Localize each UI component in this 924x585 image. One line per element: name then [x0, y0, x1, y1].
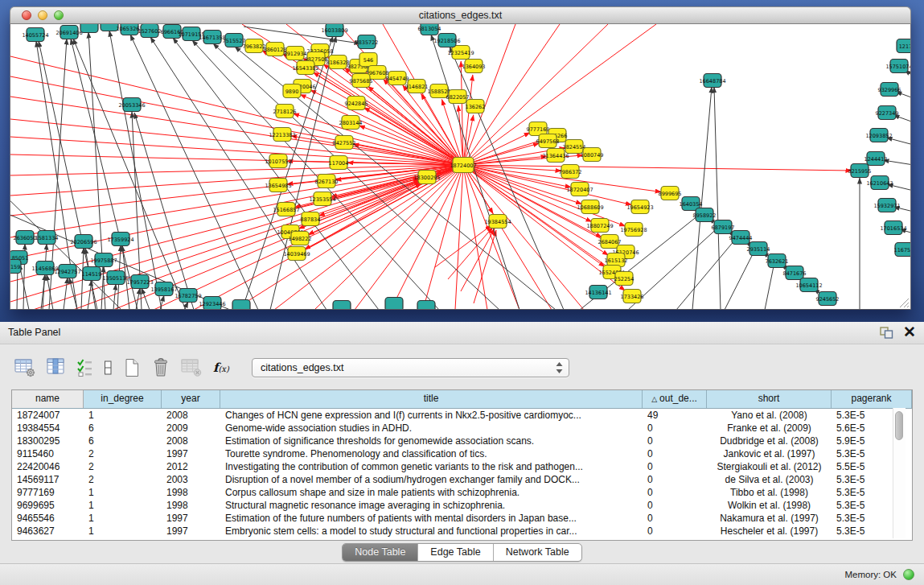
delete-trash-icon-button[interactable]: [151, 357, 170, 378]
graph-node[interactable]: 136262: [466, 100, 486, 113]
tab-node-table[interactable]: Node Table: [343, 544, 418, 561]
graph-node[interactable]: 6822057: [446, 90, 470, 104]
float-window-icon[interactable]: [880, 327, 893, 339]
graph-node[interactable]: 2935114: [747, 242, 770, 256]
column-header-title[interactable]: title: [220, 390, 643, 408]
column-header-pagerank[interactable]: pagerank: [832, 390, 912, 408]
graph-node[interactable]: 7963822: [243, 39, 266, 53]
graph-node[interactable]: 6879197: [712, 220, 735, 234]
table-settings-icon-button[interactable]: [14, 357, 36, 377]
graph-node[interactable]: 2718126: [273, 105, 297, 118]
network-canvas[interactable]: 1872400779638228860128891293423226058982…: [10, 24, 911, 310]
maximize-window-button[interactable]: [54, 10, 64, 20]
graph-node[interactable]: 20691406: [55, 26, 82, 39]
network-view-window[interactable]: citations_edges.txt 18724007796382288601…: [10, 6, 911, 310]
graph-node[interactable]: 546: [359, 53, 377, 67]
graph-node[interactable]: 19756928: [620, 223, 647, 237]
graph-node[interactable]: 9227349: [876, 106, 899, 120]
graph-node[interactable]: 117004: [329, 156, 349, 170]
graph-node[interactable]: 7835722: [355, 35, 379, 49]
graph-node[interactable]: 18720407: [566, 183, 593, 196]
column-checklist-icon-button[interactable]: [76, 358, 93, 377]
column-header-name[interactable]: name: [12, 390, 84, 408]
graph-node[interactable]: 8958922: [693, 208, 717, 222]
graph-node[interactable]: 9474444: [729, 231, 753, 245]
graph-node[interactable]: 1527602: [138, 24, 162, 38]
graph-node[interactable]: 7515527: [223, 34, 246, 47]
graph-node[interactable]: [333, 301, 351, 310]
minimize-window-button[interactable]: [38, 10, 47, 20]
graph-node[interactable]: 13958167: [150, 282, 177, 296]
graph-node[interactable]: 8186328: [326, 56, 350, 69]
graph-node[interactable]: 8912934: [284, 47, 307, 60]
scrollbar-thumb[interactable]: [895, 411, 903, 440]
graph-node[interactable]: 8215955: [848, 164, 872, 178]
node-table[interactable]: namein_degreeyeartitle△out_de...shortpag…: [11, 389, 913, 541]
table-row[interactable]: 2242004622012Investigating the contribut…: [12, 460, 912, 473]
graph-node[interactable]: [80, 24, 98, 33]
graph-node[interactable]: 116753: [894, 243, 910, 257]
close-window-button[interactable]: [22, 10, 31, 20]
graph-node[interactable]: 8267130: [315, 175, 339, 188]
graph-node[interactable]: 9242845: [345, 97, 368, 110]
graph-node[interactable]: 1080749: [581, 148, 604, 162]
graph-node[interactable]: 252254: [614, 272, 634, 286]
network-graph[interactable]: 1872400779638228860128891293423226058982…: [10, 24, 910, 309]
panel-close-icon[interactable]: ✕: [903, 325, 916, 340]
table-row[interactable]: 1872400712008Changes of HCN gene express…: [12, 409, 912, 422]
graph-node[interactable]: 1364093: [462, 60, 486, 73]
graph-node[interactable]: 887834: [301, 212, 321, 226]
new-document-icon-button[interactable]: [123, 357, 141, 378]
graph-node[interactable]: 14055724: [22, 28, 48, 42]
table-row[interactable]: 1456911722003Disruption of a novel membe…: [12, 473, 912, 486]
graph-node[interactable]: 1733426: [621, 290, 644, 303]
graph-node[interactable]: 12093852: [865, 129, 892, 142]
function-builder-icon-button[interactable]: f(x): [213, 360, 229, 375]
tab-network-table[interactable]: Network Table: [494, 544, 581, 561]
window-titlebar[interactable]: citations_edges.txt: [10, 6, 911, 24]
graph-node[interactable]: 8427552: [333, 136, 356, 150]
column-header-year[interactable]: year: [162, 390, 220, 408]
graph-node[interactable]: 6813054: [418, 24, 441, 35]
graph-node[interactable]: 19654923: [626, 200, 653, 214]
graph-node[interactable]: 2803144: [339, 116, 363, 130]
column-header-in_degree[interactable]: in_degree: [84, 390, 162, 408]
graph-node[interactable]: 19384554: [484, 215, 511, 229]
graph-node[interactable]: 1244413: [864, 152, 888, 166]
table-columns-icon-button[interactable]: [47, 357, 66, 377]
tab-edge-table[interactable]: Edge Table: [418, 544, 493, 561]
graph-node[interactable]: 10107552: [265, 154, 291, 168]
graph-node[interactable]: 8999695: [659, 187, 682, 200]
table-row[interactable]: 946554611997Estimation of the future num…: [12, 512, 912, 525]
graph-node[interactable]: 15932971: [873, 199, 900, 212]
graph-node[interactable]: 1498222: [289, 232, 312, 245]
graph-node[interactable]: 10688609: [577, 200, 603, 214]
graph-node[interactable]: 6497568: [536, 134, 560, 148]
column-header-out_de[interactable]: △out_de...: [643, 390, 707, 408]
graph-node[interactable]: 9875685: [350, 74, 373, 88]
graph-node[interactable]: 18724007: [450, 158, 476, 173]
table-scrollbar[interactable]: [893, 408, 906, 538]
graph-node[interactable]: [385, 298, 403, 310]
graph-node[interactable]: [417, 301, 435, 310]
graph-node[interactable]: 15751074: [885, 60, 910, 73]
graph-node[interactable]: 16648784: [699, 74, 725, 88]
graph-node[interactable]: 1581334: [35, 231, 59, 245]
table-row[interactable]: 977716911998Corpus callosum shape and si…: [12, 486, 912, 499]
delete-table-disabled-icon-button[interactable]: [181, 357, 203, 377]
table-selector-dropdown[interactable]: citations_edges.txt: [252, 358, 569, 377]
column-header-short[interactable]: short: [707, 390, 832, 408]
graph-node[interactable]: 114519: [82, 267, 102, 281]
table-row[interactable]: 1938455462009Genome-wide association stu…: [12, 422, 912, 435]
table-row[interactable]: 969969511998Structural magnetic resonanc…: [12, 499, 912, 512]
graph-node[interactable]: 17016534: [880, 221, 906, 235]
graph-node[interactable]: [232, 300, 250, 310]
graph-node[interactable]: 16782759: [175, 289, 201, 303]
table-row[interactable]: 911546021997Tourette syndrome. Phenomeno…: [12, 447, 912, 460]
graph-node[interactable]: 7986372: [559, 165, 582, 179]
table-row[interactable]: 946362711997Embryonic stem cells: a mode…: [12, 525, 912, 538]
graph-node[interactable]: 9146821: [405, 80, 429, 93]
graph-node[interactable]: 16033809: [321, 24, 347, 37]
graph-node[interactable]: 8471676: [783, 266, 807, 280]
graph-node[interactable]: 9245652: [816, 292, 840, 306]
